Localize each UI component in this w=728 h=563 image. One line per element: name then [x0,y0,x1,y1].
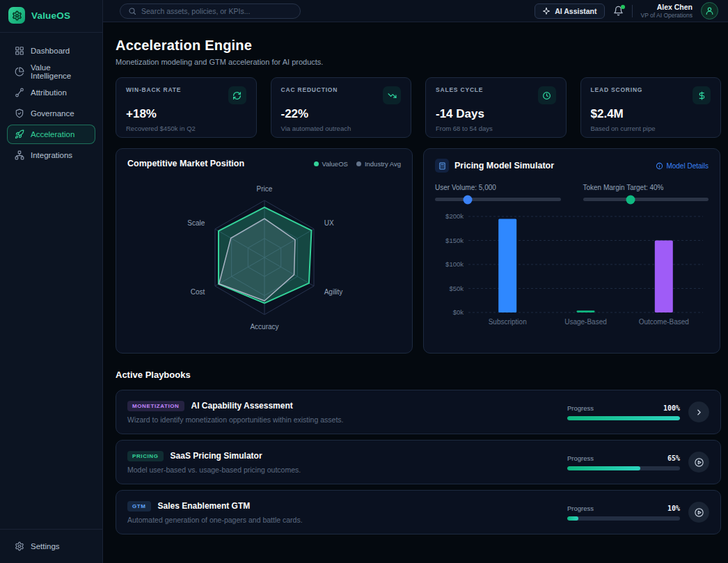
sidebar-item-acceleration[interactable]: Acceleration [7,125,95,144]
svg-text:Outcome-Based: Outcome-Based [639,318,689,326]
kpi-value: $2.4M [591,107,711,121]
kpi-label: WIN-BACK RATE [126,86,181,93]
sidebar-nav: Dashboard Value Intelligence Attribution… [0,33,102,529]
model-details-link[interactable]: Model Details [656,162,709,170]
kpi-card-lead-scoring: LEAD SCORING $2.4M Based on current pipe [580,77,722,138]
playbook-title: SaaS Pricing Simulator [171,451,262,461]
progress-percent: 100% [663,404,680,412]
playbook-run-button[interactable] [688,452,709,473]
svg-text:Cost: Cost [191,288,205,296]
playbook-tag: PRICING [127,451,164,461]
svg-text:Agility: Agility [324,288,343,296]
svg-text:$0k: $0k [453,308,464,316]
gear-icon [15,541,24,551]
sidebar-item-label: Integrations [31,151,72,159]
active-playbooks-heading: Active Playbooks [116,370,721,380]
sparkles-icon [542,7,551,15]
sidebar-item-integrations[interactable]: Integrations [7,145,95,165]
rocket-icon [15,129,24,139]
sidebar-item-settings[interactable]: Settings [7,537,95,556]
kpi-subtext: From 68 to 54 days [436,125,556,132]
ai-assistant-label: AI Assistant [555,7,596,15]
svg-text:UX: UX [324,219,334,227]
kpi-label: SALES CYCLE [436,86,483,93]
radar-legend: ValueOS Industry Avg [314,160,401,168]
kpi-card-win-back-rate: WIN-BACK RATE +18% Recovered $450k in Q2 [116,77,257,138]
user-info: Alex Chen VP of AI Operations [641,3,693,19]
svg-text:Scale: Scale [187,219,205,227]
slider-thumb[interactable] [626,195,635,204]
svg-text:Price: Price [257,185,273,193]
playbook-tag: GTM [127,501,151,512]
user-volume-slider[interactable] [435,198,561,201]
playbook-progress: Progress 100% [567,404,680,420]
kpi-card-cac-reduction: CAC REDUCTION -22% Via automated outreac… [271,77,412,138]
legend-dot-industry [356,161,361,166]
valueos-logo-icon [8,7,25,24]
kpi-value: +18% [126,107,246,121]
sidebar-footer: Settings [0,529,102,563]
kpi-value: -14 Days [436,107,556,121]
route-icon [15,88,24,97]
kpi-value: -22% [281,107,402,121]
playbook-description: Model user-based vs. usage-based pricing… [127,466,567,474]
slider-thumb[interactable] [463,195,472,204]
play-circle-icon [694,457,704,468]
kpi-subtext: Via automated outreach [281,125,402,132]
brand: ValueOS [0,0,102,33]
playbook-description: Automated generation of one-pagers and b… [127,516,567,524]
playbook-row-saas-pricing[interactable]: PRICING SaaS Pricing Simulator Model use… [116,440,721,484]
sidebar-item-value-intelligence[interactable]: Value Intelligence [7,62,95,81]
kpi-label: LEAD SCORING [591,86,643,93]
page-content: Acceleration Engine Monetization modelin… [103,22,728,563]
playbook-run-button[interactable] [688,502,709,523]
search-input[interactable] [141,7,292,15]
user-volume-slider-group: User Volume: 5,000 [435,184,561,201]
network-icon [15,150,24,160]
token-margin-slider[interactable] [583,198,709,201]
progress-bar [567,466,680,470]
playbook-title: AI Capability Assessment [191,401,293,411]
search-box[interactable] [120,3,301,19]
market-position-title: Competitive Market Position [127,159,244,168]
search-icon [128,7,136,15]
user-icon [705,6,714,15]
sidebar-item-label: Governance [31,109,74,118]
pricing-bar-chart: $0k$50k$100k$150k$200kSubscriptionUsage-… [435,208,710,335]
sidebar-item-label: Value Intelligence [31,63,88,80]
brand-name: ValueOS [31,10,70,21]
legend-item-industry-avg: Industry Avg [356,160,401,168]
user-name: Alex Chen [641,3,693,12]
sidebar-item-dashboard[interactable]: Dashboard [7,41,95,61]
playbook-progress: Progress 10% [567,505,680,521]
clock-icon [538,86,556,104]
playbook-open-button[interactable] [688,402,709,422]
playbook-tag: MONETIZATION [127,401,184,411]
avatar[interactable] [701,2,718,19]
sliders-row: User Volume: 5,000 Token Margin Target: … [435,184,709,201]
pricing-simulator-card: Pricing Model Simulator Model Details Us… [423,148,720,354]
sidebar: ValueOS Dashboard Value Intelligence Att… [0,0,103,563]
svg-text:$200k: $200k [445,212,464,220]
kpi-subtext: Based on current pipe [591,125,711,132]
progress-bar [567,516,680,521]
progress-fill [567,416,680,420]
svg-text:$100k: $100k [445,260,464,268]
legend-item-valueos: ValueOS [314,160,348,168]
kpi-card-sales-cycle: SALES CYCLE -14 Days From 68 to 54 days [425,77,567,138]
progress-bar [567,416,680,420]
notification-dot [621,5,625,9]
playbook-row-ai-capability[interactable]: MONETIZATION AI Capability Assessment Wi… [116,390,721,434]
svg-text:$50k: $50k [449,285,464,292]
playbook-progress: Progress 65% [567,454,680,470]
notifications-button[interactable] [613,6,624,16]
playbook-row-sales-enablement[interactable]: GTM Sales Enablement GTM Automated gener… [116,490,721,534]
sidebar-item-governance[interactable]: Governance [7,104,95,123]
sidebar-item-attribution[interactable]: Attribution [7,83,95,102]
ai-assistant-button[interactable]: AI Assistant [535,3,604,19]
market-position-card: Competitive Market Position ValueOS Indu… [116,148,413,354]
playbooks-list: MONETIZATION AI Capability Assessment Wi… [116,390,721,534]
layout-grid-icon [15,46,24,56]
page-title: Acceleration Engine [116,38,721,54]
calculator-icon [435,159,449,173]
